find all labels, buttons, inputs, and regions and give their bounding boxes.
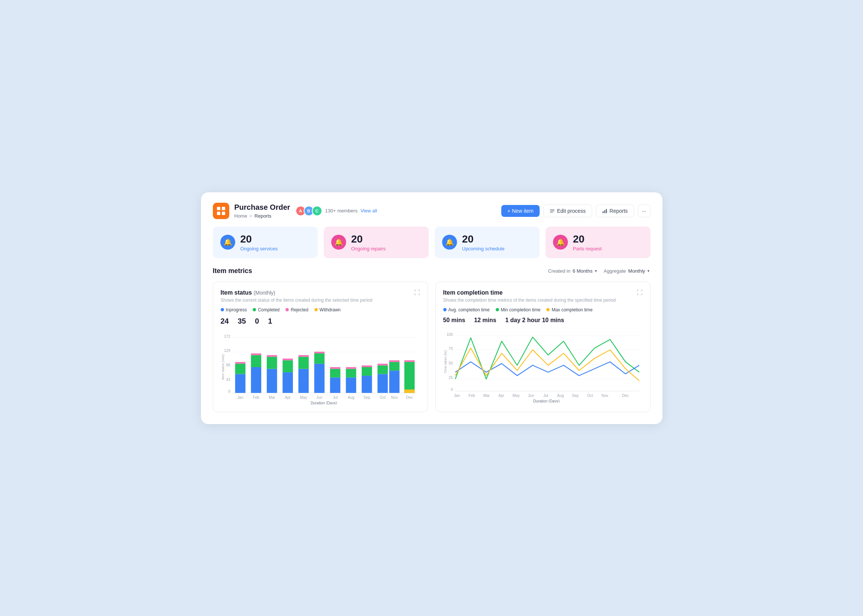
upcoming-schedule-label: Upcoming schedule bbox=[462, 246, 505, 251]
ongoing-services-label: Ongoing services bbox=[240, 246, 278, 251]
completed-value: 35 bbox=[238, 317, 246, 325]
max-value: 1 day 2 hour 10 mins bbox=[506, 317, 564, 324]
svg-rect-2 bbox=[217, 212, 220, 215]
stat-card-ongoing-repairs: 🔔 20 Ongoing repairs bbox=[324, 226, 429, 258]
header-title-area: Purchase Order Home > Reports bbox=[235, 203, 290, 219]
svg-text:43: 43 bbox=[226, 377, 230, 381]
bell-icon-pink: 🔔 bbox=[331, 235, 346, 250]
charts-grid: Item status (Monthly) ⛶ Shows the curren… bbox=[213, 281, 650, 412]
expand-icon[interactable]: ⛶ bbox=[414, 289, 420, 296]
parts-request-number: 20 bbox=[573, 233, 602, 245]
svg-text:Apr: Apr bbox=[285, 395, 291, 399]
created-in-select[interactable]: 6 Months ▼ bbox=[573, 268, 598, 274]
svg-rect-3 bbox=[222, 212, 225, 215]
svg-text:May: May bbox=[300, 395, 307, 399]
metrics-controls: Created in 6 Months ▼ Aggregate Monthly … bbox=[548, 268, 650, 274]
avatars: A B C bbox=[296, 206, 322, 216]
breadcrumb-sep: > bbox=[249, 213, 252, 219]
edit-process-button[interactable]: Edit process bbox=[543, 204, 592, 217]
legend-max: Max completion time bbox=[546, 307, 592, 313]
legend-dot-rejected bbox=[285, 308, 289, 311]
legend-dot-min bbox=[496, 308, 499, 311]
expand-icon-2[interactable]: ⛶ bbox=[637, 289, 643, 296]
svg-text:Oct: Oct bbox=[587, 394, 593, 398]
more-options-button[interactable]: ··· bbox=[638, 204, 650, 217]
stat-card-upcoming-schedule: 🔔 20 Upcoming schedule bbox=[435, 226, 540, 258]
chevron-down-icon: ▼ bbox=[594, 269, 598, 273]
bell-icon-blue: 🔔 bbox=[220, 235, 235, 250]
rejected-value: 0 bbox=[255, 317, 259, 325]
svg-text:Sep: Sep bbox=[572, 394, 578, 398]
svg-rect-4 bbox=[550, 209, 554, 210]
svg-text:0: 0 bbox=[451, 388, 453, 392]
new-item-button[interactable]: + New item bbox=[501, 205, 539, 217]
svg-rect-48 bbox=[377, 374, 388, 393]
svg-rect-21 bbox=[235, 374, 245, 393]
bar-chart-container: 172 129 86 43 0 Item status (nos) bbox=[220, 330, 420, 404]
stat-card-ongoing-services: 🔔 20 Ongoing services bbox=[213, 226, 318, 258]
breadcrumb-home[interactable]: Home bbox=[235, 213, 247, 219]
legend-dot-max bbox=[546, 308, 550, 311]
svg-rect-44 bbox=[346, 367, 356, 369]
legend-dot-completed bbox=[253, 308, 256, 311]
svg-text:Mar: Mar bbox=[483, 394, 490, 398]
svg-text:Time taken (hr): Time taken (hr) bbox=[444, 350, 447, 373]
svg-rect-29 bbox=[266, 355, 277, 357]
item-status-period: (Monthly) bbox=[254, 290, 275, 296]
completion-time-subtitle: Shows the completion time metrics of the… bbox=[443, 298, 643, 303]
svg-text:Aug: Aug bbox=[348, 395, 354, 399]
app-title: Purchase Order bbox=[235, 203, 290, 212]
created-in-control: Created in 6 Months ▼ bbox=[548, 268, 598, 274]
svg-rect-5 bbox=[550, 211, 554, 211]
svg-text:Jun: Jun bbox=[317, 395, 322, 399]
svg-text:Aug: Aug bbox=[557, 394, 564, 398]
svg-rect-32 bbox=[282, 358, 293, 360]
svg-rect-27 bbox=[266, 369, 277, 393]
reports-button[interactable]: Reports bbox=[596, 204, 634, 217]
svg-text:Dec: Dec bbox=[622, 394, 628, 398]
withdrawn-value: 1 bbox=[268, 317, 272, 325]
view-all-link[interactable]: View all bbox=[361, 208, 377, 214]
breadcrumb-current: Reports bbox=[255, 213, 272, 219]
svg-text:Feb: Feb bbox=[253, 395, 259, 399]
svg-rect-9 bbox=[606, 209, 607, 213]
svg-rect-38 bbox=[314, 352, 324, 354]
svg-text:100: 100 bbox=[446, 332, 452, 336]
svg-text:172: 172 bbox=[224, 334, 230, 338]
svg-text:Sep: Sep bbox=[363, 395, 370, 399]
main-card: Purchase Order Home > Reports A B C 130+… bbox=[201, 192, 662, 424]
svg-rect-8 bbox=[604, 210, 605, 213]
stat-card-parts-request: 🔔 20 Parts request bbox=[546, 226, 650, 258]
item-status-panel: Item status (Monthly) ⛶ Shows the curren… bbox=[213, 281, 428, 412]
svg-rect-40 bbox=[330, 369, 340, 377]
svg-text:Oct: Oct bbox=[380, 395, 386, 399]
svg-rect-36 bbox=[314, 363, 324, 393]
svg-text:Jul: Jul bbox=[543, 394, 548, 398]
svg-rect-50 bbox=[377, 363, 388, 365]
ongoing-services-number: 20 bbox=[240, 233, 278, 245]
members-area: A B C 130+ members View all bbox=[296, 206, 377, 216]
line-chart-svg: 100 75 50 25 0 Time taken (hr) bbox=[443, 328, 643, 402]
metrics-header: Item metrics Created in 6 Months ▼ Aggre… bbox=[213, 267, 650, 275]
svg-rect-45 bbox=[361, 376, 372, 393]
app-icon bbox=[213, 203, 229, 219]
upcoming-schedule-number: 20 bbox=[462, 233, 505, 245]
svg-text:86: 86 bbox=[226, 363, 230, 367]
svg-rect-22 bbox=[235, 363, 245, 374]
aggregate-select[interactable]: Monthly ▼ bbox=[628, 268, 650, 274]
aggregate-control: Aggregate Monthly ▼ bbox=[604, 268, 650, 274]
svg-text:Nov: Nov bbox=[391, 395, 398, 399]
ongoing-repairs-label: Ongoing repairs bbox=[351, 246, 386, 251]
line-chart-container: 100 75 50 25 0 Time taken (hr) bbox=[443, 328, 643, 402]
svg-text:Nov: Nov bbox=[602, 394, 608, 398]
svg-text:75: 75 bbox=[449, 347, 453, 351]
parts-request-label: Parts request bbox=[573, 246, 602, 251]
edit-icon bbox=[550, 208, 555, 214]
inprogress-value: 24 bbox=[220, 317, 229, 325]
completion-time-legend: Avg. completion time Min completion time… bbox=[443, 307, 643, 313]
svg-text:Duration (Days): Duration (Days) bbox=[533, 399, 559, 402]
bar-chart-icon bbox=[602, 208, 607, 214]
legend-rejected: Rejected bbox=[285, 307, 308, 313]
svg-text:Mar: Mar bbox=[268, 395, 275, 399]
legend-stats: 24 35 0 1 bbox=[220, 316, 420, 325]
